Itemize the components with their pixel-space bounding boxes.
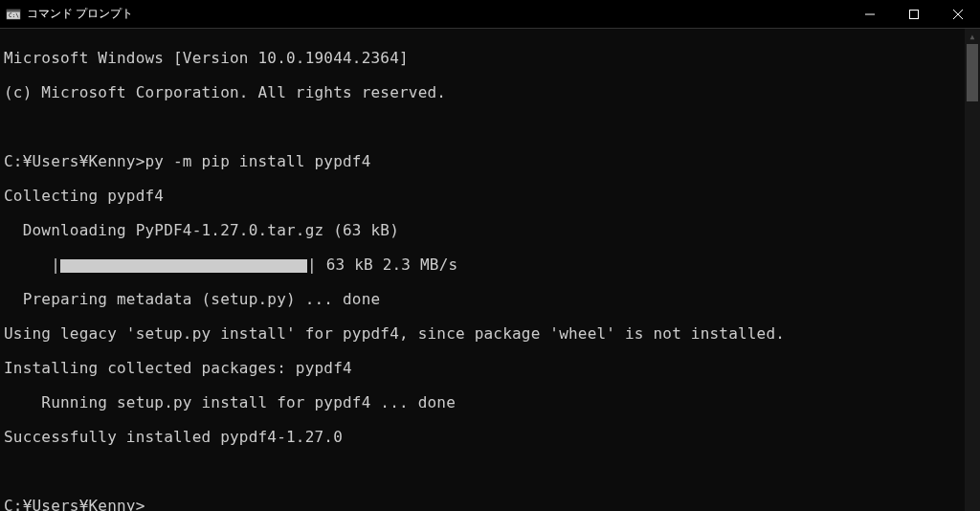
svg-rect-4 (910, 10, 919, 18)
scroll-up-icon[interactable]: ▲ (965, 29, 980, 44)
terminal-output[interactable]: Microsoft Windows [Version 10.0.19044.23… (0, 29, 980, 511)
progress-prefix: | (4, 256, 60, 274)
cmd-icon: C:\ (6, 7, 21, 22)
output-line: Preparing metadata (setup.py) ... done (4, 290, 380, 308)
output-line: Using legacy 'setup.py install' for pypd… (4, 324, 785, 343)
svg-text:C:\: C:\ (9, 11, 19, 18)
titlebar: C:\ コマンド プロンプト (0, 0, 980, 29)
prompt: C:¥Users¥Kenny> (4, 152, 145, 170)
close-button[interactable] (936, 0, 980, 28)
output-line: Installing collected packages: pypdf4 (4, 359, 352, 377)
output-line: Downloading PyPDF4-1.27.0.tar.gz (63 kB) (4, 221, 399, 239)
progress-bar (60, 259, 307, 273)
prompt: C:¥Users¥Kenny> (4, 497, 145, 511)
titlebar-buttons (848, 0, 980, 28)
scrollbar-thumb[interactable] (967, 44, 978, 101)
titlebar-left: C:\ コマンド プロンプト (6, 6, 133, 22)
window-title: コマンド プロンプト (27, 6, 133, 22)
vertical-scrollbar[interactable]: ▲ (965, 29, 980, 511)
maximize-button[interactable] (892, 0, 936, 28)
output-line: Running setup.py install for pypdf4 ... … (4, 393, 456, 411)
output-line: Collecting pypdf4 (4, 187, 164, 205)
copyright-line: (c) Microsoft Corporation. All rights re… (4, 83, 446, 101)
minimize-button[interactable] (848, 0, 892, 28)
output-line: Successfully installed pypdf4-1.27.0 (4, 428, 343, 446)
command-text: py -m pip install pypdf4 (145, 152, 371, 170)
progress-suffix: | 63 kB 2.3 MB/s (307, 256, 457, 274)
os-version-line: Microsoft Windows [Version 10.0.19044.23… (4, 49, 409, 67)
